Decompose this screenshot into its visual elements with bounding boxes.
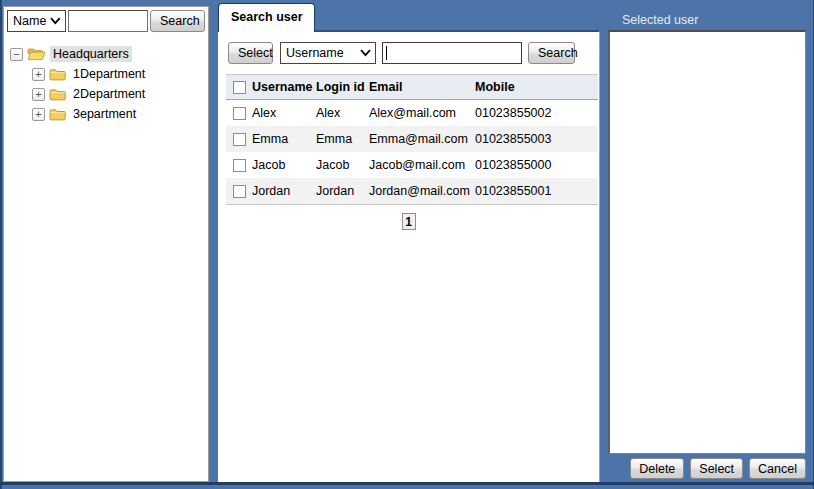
text-caret [386, 46, 387, 60]
row-checkbox[interactable] [233, 159, 246, 172]
tree-node-label[interactable]: 1Department [70, 66, 148, 82]
user-search-button[interactable]: Search [528, 42, 575, 64]
org-search-input[interactable] [68, 10, 148, 32]
cell-mobile: 01023855002 [475, 106, 598, 120]
cell-username: Jacob [252, 158, 316, 172]
cell-login-id: Jordan [316, 184, 369, 198]
delete-button[interactable]: Delete [630, 458, 684, 479]
search-toolbar: Select Username Search [228, 42, 599, 64]
row-checkbox[interactable] [233, 107, 246, 120]
col-username: Username [252, 80, 316, 94]
select-button[interactable]: Select [690, 458, 743, 479]
action-buttons: Delete Select Cancel [608, 458, 806, 479]
cell-email: Jordan@mail.com [369, 184, 475, 198]
cell-login-id: Emma [316, 132, 369, 146]
search-field-value: Username [286, 46, 344, 60]
col-login-id: Login id [316, 80, 369, 94]
user-table-header: Username Login id Email Mobile [226, 74, 598, 100]
org-filter-row: Name Search [7, 10, 205, 32]
tree-node-3epartment[interactable]: + 3epartment [32, 104, 208, 124]
cell-username: Jordan [252, 184, 316, 198]
open-folder-icon [27, 47, 46, 61]
selected-user-listbox[interactable] [608, 30, 806, 454]
tab-search-user[interactable]: Search user [218, 3, 315, 32]
org-filter-field-select[interactable]: Name [7, 10, 66, 32]
org-tree: − Headquarters + 1Department + [10, 44, 208, 124]
tree-node-headquarters[interactable]: − Headquarters [10, 44, 208, 64]
user-select-dialog: Name Search − Headquarters + [0, 0, 814, 489]
col-email: Email [369, 80, 475, 94]
window-frame-left [0, 0, 2, 489]
chevron-down-icon [50, 17, 61, 25]
row-checkbox[interactable] [233, 185, 246, 198]
cell-username: Emma [252, 132, 316, 146]
cell-mobile: 01023855001 [475, 184, 598, 198]
cell-username: Alex [252, 106, 316, 120]
tree-node-label[interactable]: 2Department [70, 86, 148, 102]
org-tree-panel: Name Search − Headquarters + [3, 6, 209, 482]
table-row-emma[interactable]: Emma Emma Emma@mail.com 01023855003 [226, 126, 598, 152]
row-checkbox[interactable] [233, 133, 246, 146]
org-filter-field-value: Name [13, 14, 46, 28]
cell-mobile: 01023855003 [475, 132, 598, 146]
user-search-input[interactable] [382, 42, 522, 64]
selected-user-title: Selected user [622, 13, 698, 27]
search-field-select[interactable]: Username [280, 42, 376, 64]
cancel-button[interactable]: Cancel [749, 458, 806, 479]
tree-node-1department[interactable]: + 1Department [32, 64, 208, 84]
col-mobile: Mobile [475, 80, 598, 94]
folder-icon [49, 88, 66, 101]
tree-node-label[interactable]: Headquarters [50, 46, 132, 62]
table-row-alex[interactable]: Alex Alex Alex@mail.com 01023855002 [226, 100, 598, 126]
table-row-jordan[interactable]: Jordan Jordan Jordan@mail.com 0102385500… [226, 178, 598, 204]
expand-icon[interactable]: + [32, 108, 45, 121]
table-row-jacob[interactable]: Jacob Jacob Jacob@mail.com 01023855000 [226, 152, 598, 178]
select-all-checkbox[interactable] [233, 81, 246, 94]
select-users-button[interactable]: Select [228, 42, 273, 64]
cell-mobile: 01023855000 [475, 158, 598, 172]
cell-email: Emma@mail.com [369, 132, 475, 146]
page-1-button[interactable]: 1 [402, 213, 416, 230]
pagination: 1 [218, 213, 599, 230]
folder-icon [49, 68, 66, 81]
collapse-icon[interactable]: − [10, 48, 23, 61]
window-frame-bottom [0, 482, 814, 485]
cell-email: Alex@mail.com [369, 106, 475, 120]
cell-login-id: Alex [316, 106, 369, 120]
user-table: Username Login id Email Mobile Alex Alex… [226, 74, 598, 205]
tree-node-label[interactable]: 3epartment [70, 106, 139, 122]
expand-icon[interactable]: + [32, 68, 45, 81]
chevron-down-icon [360, 49, 371, 57]
folder-icon [49, 108, 66, 121]
tree-node-2department[interactable]: + 2Department [32, 84, 208, 104]
cell-login-id: Jacob [316, 158, 369, 172]
search-user-panel: Select Username Search Username Login id… [218, 30, 600, 482]
user-search-field-wrap [382, 42, 522, 64]
user-table-body: Alex Alex Alex@mail.com 01023855002 Emma… [226, 100, 598, 204]
expand-icon[interactable]: + [32, 88, 45, 101]
org-search-button[interactable]: Search [150, 10, 205, 32]
cell-email: Jacob@mail.com [369, 158, 475, 172]
